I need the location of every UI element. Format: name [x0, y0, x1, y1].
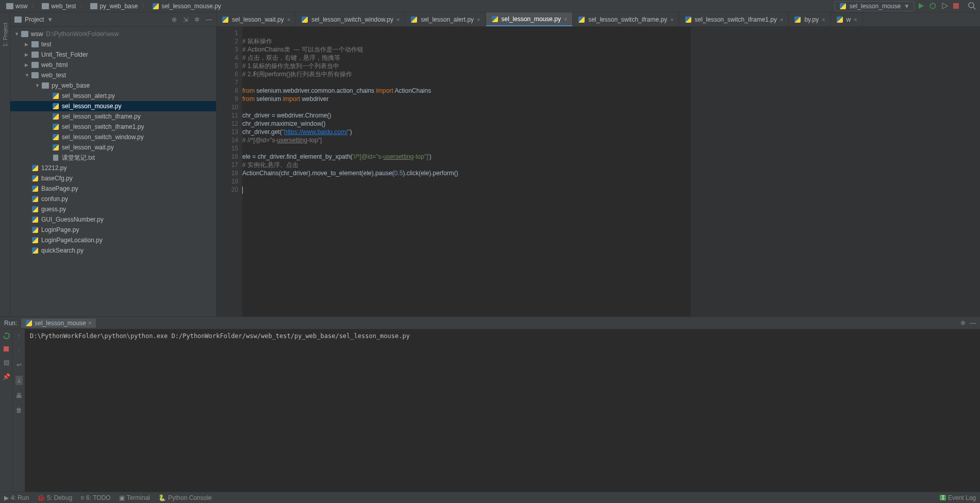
event-log-button[interactable]: 1 Event Log	[940, 494, 976, 501]
tree-row[interactable]: ▼web_test	[10, 70, 216, 80]
terminal-tool-button[interactable]: ▣ Terminal	[119, 494, 150, 501]
tree-label: Unit_Test_Folder	[41, 51, 88, 58]
tree-row[interactable]: ▼wswD:\PythonWorkFolder\wsw	[10, 29, 216, 39]
run-side-toolbar-1: ▤ 📌	[0, 329, 12, 492]
tree-row[interactable]: BasePage.py	[10, 183, 216, 194]
console-output[interactable]: D:\PythonWorkFolder\python\python.exe D:…	[25, 329, 980, 492]
run-with-coverage-button[interactable]	[941, 3, 948, 9]
gear-icon[interactable]: ✲	[960, 320, 966, 327]
close-icon[interactable]: ×	[670, 16, 673, 23]
run-configuration-selector[interactable]: sel_lesson_mouse ▼	[835, 1, 915, 11]
editor-tab[interactable]: by.py×	[789, 12, 830, 26]
stop-button[interactable]	[953, 3, 959, 9]
tree-row[interactable]: ▶Unit_Test_Folder	[10, 49, 216, 60]
tree-label: LoginPage.py	[41, 226, 79, 233]
tree-row[interactable]: ▼py_web_base	[10, 80, 216, 91]
close-icon[interactable]: ×	[287, 16, 290, 23]
stop-button[interactable]	[4, 346, 9, 351]
editor-tab[interactable]: sel_lesson_switch_iframe1.py×	[679, 12, 789, 26]
py-icon	[31, 247, 39, 254]
collapse-all-icon[interactable]: ⇲	[183, 16, 188, 23]
rerun-button[interactable]	[3, 332, 10, 339]
tree-arrow-icon[interactable]: ▶	[25, 52, 31, 57]
tree-row[interactable]: quickSearch.py	[10, 245, 216, 256]
project-tool-button[interactable]: 1: Project	[2, 23, 8, 46]
tree-arrow-icon[interactable]: ▼	[25, 73, 31, 78]
scroll-end-icon[interactable]: ⤓	[15, 376, 23, 385]
tab-label: sel_lesson_switch_iframe.py	[588, 16, 667, 23]
hide-icon[interactable]: —	[206, 16, 212, 23]
tree-row[interactable]: sel_lesson_switch_iframe.py	[10, 111, 216, 122]
folder-icon	[31, 72, 39, 78]
editor-tab[interactable]: sel_lesson_alert.py×	[405, 12, 486, 26]
gear-icon[interactable]: ✲	[194, 16, 200, 23]
run-tool-button[interactable]: ▶ 4: Run	[4, 494, 29, 501]
down-icon[interactable]: ↓	[18, 347, 21, 354]
editor-tab[interactable]: sel_lesson_switch_window.py×	[296, 12, 405, 26]
hide-icon[interactable]: —	[970, 320, 976, 327]
tree-row[interactable]: guess.py	[10, 204, 216, 214]
python-icon	[836, 16, 843, 23]
debug-tool-button[interactable]: 🐞 5: Debug	[37, 494, 72, 501]
tree-row[interactable]: sel_lesson_mouse.py	[10, 101, 216, 111]
tree-row[interactable]: sel_lesson_switch_window.py	[10, 132, 216, 142]
breadcrumb-item[interactable]: web_test	[40, 2, 78, 11]
tab-label: by.py	[804, 16, 819, 23]
tree-row[interactable]: ▶web_html	[10, 60, 216, 70]
tree-row[interactable]: LoginPageLocation.py	[10, 235, 216, 245]
debug-button[interactable]	[929, 3, 936, 9]
close-icon[interactable]: ×	[822, 16, 825, 23]
tree-row[interactable]: ▶test	[10, 39, 216, 49]
close-icon[interactable]: ×	[396, 16, 400, 23]
breadcrumb-item[interactable]: wsw	[4, 2, 29, 11]
locate-icon[interactable]: ⊕	[172, 16, 177, 23]
tree-arrow-icon[interactable]: ▼	[35, 83, 41, 88]
run-tab[interactable]: sel_lesson_mouse ×	[21, 318, 95, 328]
close-icon[interactable]: ×	[780, 16, 783, 23]
tree-row[interactable]: LoginPage.py	[10, 225, 216, 235]
folder-icon	[14, 16, 22, 23]
tree-label: BasePage.py	[41, 185, 78, 192]
py-icon	[31, 216, 39, 223]
tree-row[interactable]: sel_lesson_alert.py	[10, 91, 216, 101]
tree-row[interactable]: sel_lesson_switch_iframe1.py	[10, 122, 216, 132]
trash-icon[interactable]: 🗑	[16, 407, 22, 414]
tree-arrow-icon[interactable]: ▶	[25, 62, 31, 68]
tree-arrow-icon[interactable]: ▶	[25, 42, 31, 47]
up-icon[interactable]: ↑	[18, 332, 21, 340]
run-toolbar	[918, 2, 976, 10]
breadcrumb-item[interactable]: py_web_base	[88, 2, 140, 11]
project-view-selector[interactable]: Project ▼	[14, 16, 172, 23]
breadcrumb: wsw 〉 web_test 〉 py_web_base 〉 sel_lesso…	[4, 2, 835, 11]
editor-tab[interactable]: w×	[831, 12, 863, 26]
pin-icon[interactable]: 📌	[3, 373, 10, 380]
tree-arrow-icon[interactable]: ▼	[14, 31, 21, 37]
python-icon	[839, 3, 846, 10]
tree-row[interactable]: 12212.py	[10, 163, 216, 173]
editor-tab[interactable]: sel_lesson_wait.py×	[217, 12, 296, 26]
tree-row[interactable]: confun.py	[10, 194, 216, 204]
run-tool-window: Run: sel_lesson_mouse × ✲ — ▤ 📌 ↑ ↓ ↩ ⤓ …	[0, 316, 980, 492]
python-console-tool-button[interactable]: 🐍 Python Console	[158, 494, 212, 501]
tree-row[interactable]: baseCfg.py	[10, 173, 216, 183]
todo-tool-button[interactable]: ≡ 6: TODO	[80, 494, 111, 501]
search-button[interactable]	[968, 2, 976, 10]
editor-tab[interactable]: sel_lesson_mouse.py×	[486, 12, 573, 26]
editor-tab[interactable]: sel_lesson_switch_iframe.py×	[573, 12, 679, 26]
close-icon[interactable]: ×	[854, 16, 857, 23]
tree-row[interactable]: sel_lesson_wait.py	[10, 142, 216, 153]
breadcrumb-item[interactable]: sel_lesson_mouse.py	[150, 2, 223, 11]
close-icon[interactable]: ×	[564, 16, 567, 22]
soft-wrap-icon[interactable]: ↩	[16, 361, 22, 368]
tree-row[interactable]: GUI_GuessNumber.py	[10, 214, 216, 225]
run-button[interactable]	[918, 3, 924, 9]
layout-icon[interactable]: ▤	[4, 359, 9, 366]
folder-icon	[42, 3, 49, 9]
print-icon[interactable]: 🖶	[16, 392, 22, 399]
txt-icon	[52, 155, 60, 161]
close-icon[interactable]: ×	[88, 320, 92, 327]
folder-icon	[41, 82, 49, 89]
navigation-bar: wsw 〉 web_test 〉 py_web_base 〉 sel_lesso…	[0, 0, 980, 12]
tree-row[interactable]: 课堂笔记.txt	[10, 153, 216, 163]
close-icon[interactable]: ×	[477, 16, 480, 23]
